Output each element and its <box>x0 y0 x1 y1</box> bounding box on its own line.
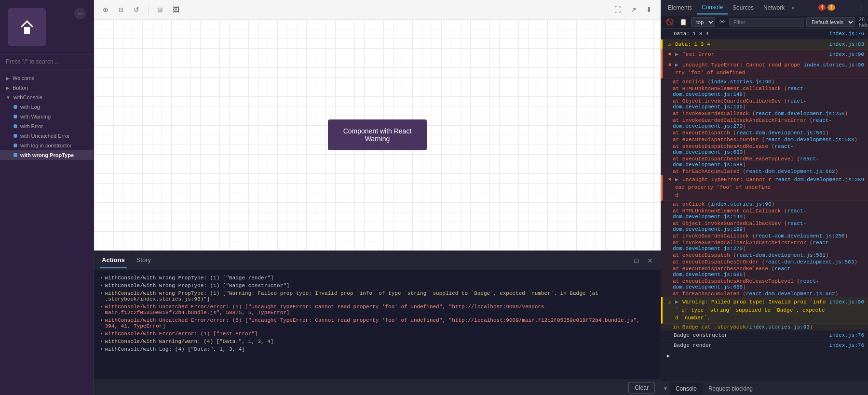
dt-stack-line: at invokeGuardedCallback (react-dom.deve… <box>661 110 868 117</box>
preserve-log-button[interactable]: 📋 <box>678 17 689 26</box>
context-select[interactable]: top <box>691 17 715 27</box>
dt-stack-line: at forEachAccumulated (react-dom.develop… <box>661 290 868 297</box>
devtools-tab-bar: Elements Console Sources Network » 4 1 ⋮ <box>661 0 868 15</box>
dt-source-link[interactable]: index.js:83 <box>829 40 864 49</box>
tab-actions[interactable]: Actions <box>100 252 127 268</box>
console-line-text: withConsole/with Warning/warn: (4) ["Dat… <box>105 339 274 344</box>
stack-file-link[interactable]: react-dom.development.js:561 <box>736 252 826 258</box>
bottom-panel-tabs: Actions Story ⊡ ✕ <box>94 251 661 270</box>
zoom-out-button[interactable]: ⊖ <box>115 4 127 15</box>
stack-file-link[interactable]: react-dom.development.js:662 <box>746 169 835 174</box>
stack-file-link[interactable]: react-dom.development.js:149 <box>673 86 806 97</box>
stack-file-link[interactable]: react-dom.development.js:680 <box>673 266 794 277</box>
sidebar-item-button[interactable]: ▶ Button <box>0 83 94 92</box>
stack-file-link[interactable]: react-dom.development.js:199 <box>673 221 806 232</box>
error-count-badge: 4 <box>818 4 826 11</box>
expand-icon[interactable]: ▶ <box>675 52 678 57</box>
sidebar-item-withUncatchedError[interactable]: with Uncatched Error <box>0 131 94 141</box>
stack-file-link[interactable]: react-dom.development.js:662 <box>746 291 835 297</box>
more-tabs-button[interactable]: » <box>789 1 797 14</box>
stack-file-link[interactable]: react-dom.development.js:270 <box>673 118 832 129</box>
component-preview: Component with ReactWarning <box>328 119 427 150</box>
dt-stack-line: at executeDispatchesAndRelease (react-do… <box>661 143 868 156</box>
dt-bottom-tab-request-blocking[interactable]: Request blocking <box>703 382 759 395</box>
warning-count-badge: 1 <box>827 4 835 11</box>
zoom-reset-button[interactable]: ↺ <box>131 4 142 15</box>
console-line-text: withConsole/with Uncatched Error/error: … <box>105 304 655 316</box>
main-area: ⊕ ⊖ ↺ ⊞ 🖼 ⛶ ↗ ⬇ Component with ReactWarn… <box>94 0 661 395</box>
dt-source-link[interactable]: index.js:90 <box>829 51 864 59</box>
console-line-7: withConsole/with Warning/warn: (4) ["Dat… <box>100 338 655 345</box>
search-input[interactable] <box>6 58 88 65</box>
grid-button[interactable]: ⊞ <box>154 4 166 15</box>
stack-file-link[interactable]: react-dom.development.js:149 <box>673 208 806 220</box>
dt-source-link[interactable]: index.js:76 <box>829 342 864 350</box>
tab-sources[interactable]: Sources <box>728 1 759 14</box>
close-panel-button[interactable]: ✕ <box>645 256 655 265</box>
sidebar-item-withWarning[interactable]: with Warning <box>0 112 94 121</box>
sidebar-item-withLog[interactable]: with Log <box>0 102 94 112</box>
sidebar-item-withWrongPropType[interactable]: with wrong PropType <box>0 150 94 160</box>
dt-bottom-tab-console[interactable]: Console <box>670 382 703 395</box>
sidebar-item-withConsole[interactable]: ▼ withConsole <box>0 92 94 102</box>
stack-file-link[interactable]: react-dom.development.js:688 <box>673 278 819 290</box>
tab-elements[interactable]: Elements <box>663 1 697 14</box>
sidebar-item-withError[interactable]: with Error <box>0 121 94 131</box>
tab-network[interactable]: Network <box>759 1 789 14</box>
console-line-text: withConsole/with Uncatched Error/error: … <box>105 317 655 329</box>
expand-icon[interactable]: ▶ <box>675 177 678 183</box>
share-button[interactable]: ↗ <box>628 4 639 15</box>
clear-console-button[interactable]: 🚫 <box>664 17 676 26</box>
expand-arrow: ▶ <box>6 85 10 91</box>
sidebar-item-label: with Log <box>20 104 40 110</box>
bottom-panel: Actions Story ⊡ ✕ withConsole/with wrong… <box>94 250 661 395</box>
tab-console[interactable]: Console <box>697 1 728 14</box>
live-expression-button[interactable]: 👁 <box>717 17 727 26</box>
prompt-icon: ▶ <box>665 352 672 360</box>
sidebar-item-withLogConstructor[interactable]: with log in constructor <box>0 141 94 150</box>
search-area <box>0 54 94 69</box>
sidebar-item-label: with Error <box>20 123 43 129</box>
tab-story[interactable]: Story <box>135 252 153 268</box>
stack-file-link[interactable]: react-dom.development.js:270 <box>673 240 832 251</box>
stack-file-link[interactable]: index.stories.js:90 <box>711 201 771 207</box>
stack-file-link[interactable]: index.stories.js:93 <box>749 324 809 330</box>
clear-button[interactable]: Clear <box>628 382 655 394</box>
stack-file-link[interactable]: react-dom.development.js:583 <box>765 137 854 143</box>
image-button[interactable]: 🖼 <box>170 4 182 15</box>
dt-source-link[interactable]: react-dom.development.js:289 <box>775 176 864 184</box>
console-line-text: withConsole/with Log: (4) ["Data:", 1, 3… <box>105 346 245 352</box>
logo-menu-button[interactable]: ··· <box>74 8 86 19</box>
nav-tree: ▶ Welcome ▶ Button ▼ withConsole with Lo… <box>0 69 94 395</box>
log-levels-select[interactable]: Default levels <box>806 17 855 27</box>
stack-file-link[interactable]: index.stories.js:90 <box>711 79 771 85</box>
stack-file-link[interactable]: react-dom.development.js:583 <box>765 259 854 265</box>
dt-source-link[interactable]: index.stories.js:90 <box>804 61 864 69</box>
more-options-button[interactable]: ⋮ <box>856 3 866 12</box>
story-dot <box>14 105 17 109</box>
expand-icon[interactable]: ▶ <box>675 62 678 68</box>
download-button[interactable]: ⬇ <box>643 4 655 15</box>
filter-input[interactable] <box>729 18 804 26</box>
expand-arrow: ▼ <box>6 95 11 100</box>
stack-file-link[interactable]: react-dom.development.js:680 <box>673 144 794 155</box>
dt-stack-line: at invokeGuardedCallbackAndCatchFirstErr… <box>661 239 868 252</box>
stack-file-link[interactable]: react-dom.development.js:256 <box>756 111 845 117</box>
fullscreen-button[interactable]: ⛶ <box>611 4 624 15</box>
stack-file-link[interactable]: react-dom.development.js:688 <box>673 156 819 168</box>
dt-stack-line: at executeDispatchesAndReleaseTopLevel (… <box>661 156 868 168</box>
dt-source-link[interactable]: index.js:90 <box>829 298 864 306</box>
expand-icon[interactable]: ▶ <box>675 299 678 305</box>
dt-stack-line: at executeDispatchesInOrder (react-dom.d… <box>661 259 868 265</box>
stack-file-link[interactable]: react-dom.development.js:256 <box>756 233 845 239</box>
dt-stack-line: at forEachAccumulated (react-dom.develop… <box>661 168 868 175</box>
dt-source-link[interactable]: index.js:76 <box>829 331 864 340</box>
stack-file-link[interactable]: react-dom.development.js:561 <box>736 130 826 136</box>
zoom-in-button[interactable]: ⊕ <box>100 4 111 15</box>
sidebar-item-welcome[interactable]: ▶ Welcome <box>0 73 94 83</box>
stack-file-link[interactable]: react-dom.development.js:199 <box>673 98 806 110</box>
dt-stack-line: at invokeGuardedCallback (react-dom.deve… <box>661 233 868 239</box>
dt-source-link[interactable]: index.js:76 <box>829 30 864 38</box>
maximize-panel-button[interactable]: ⊡ <box>632 256 641 265</box>
dt-line-1: Data: 1 3 4 index.js:76 <box>661 29 868 40</box>
